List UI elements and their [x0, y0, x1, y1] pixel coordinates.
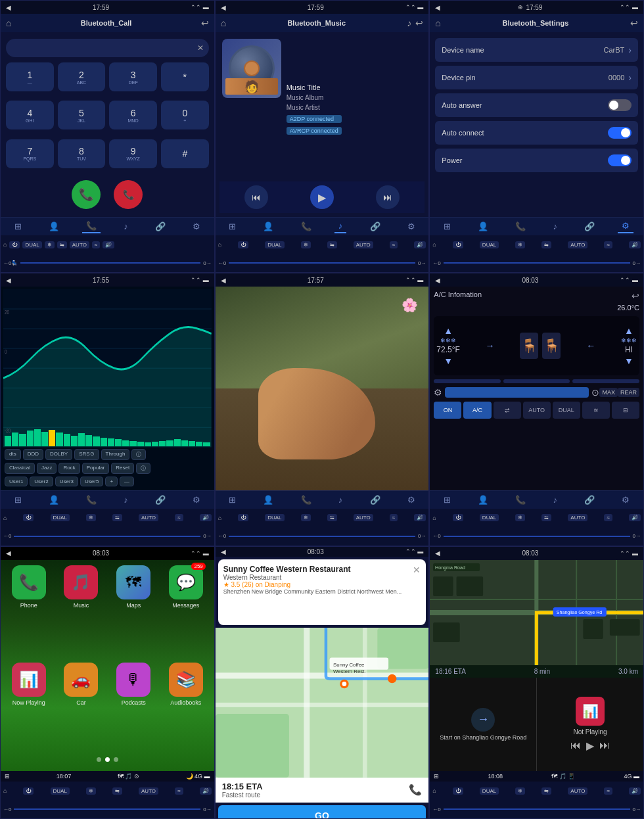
ac-3[interactable]: ❄: [515, 241, 525, 248]
tab-phone[interactable]: 📞: [82, 220, 101, 233]
wind-4[interactable]: ≈: [175, 514, 183, 521]
tab-apps[interactable]: ⊞: [11, 220, 26, 233]
app-music[interactable]: 🎵 Music: [58, 565, 104, 656]
tab-settings-4[interactable]: ⚙: [189, 494, 204, 506]
dual-6[interactable]: DUAL: [480, 514, 499, 521]
dial-key-5[interactable]: 5JKL: [58, 101, 106, 129]
auto-btn[interactable]: AUTO: [70, 241, 89, 248]
device-pin-arrow[interactable]: ›: [628, 72, 632, 83]
tab-apps-2[interactable]: ⊞: [225, 220, 240, 233]
ac-on-btn[interactable]: ON: [434, 402, 461, 419]
app-audiobooks[interactable]: 📚 Audiobooks: [163, 663, 209, 753]
back-arrow-9[interactable]: ◀: [435, 550, 440, 557]
prev-button[interactable]: ⏮: [244, 185, 268, 209]
preset-rock[interactable]: Rock: [58, 463, 80, 474]
auto-connect-toggle[interactable]: [608, 127, 632, 139]
auto-answer-toggle[interactable]: [608, 99, 632, 111]
ac-fan-icon[interactable]: ⊙: [591, 387, 599, 398]
temp-right-5[interactable]: →: [421, 533, 426, 539]
device-name-arrow[interactable]: ›: [628, 45, 632, 55]
ac-max-label[interactable]: MAX: [599, 388, 618, 397]
vol-3[interactable]: 🔊: [629, 241, 641, 248]
temp-right-4[interactable]: →: [206, 533, 212, 539]
wind-2[interactable]: ≈: [390, 241, 398, 248]
ac-up-right[interactable]: ▲: [624, 325, 633, 336]
tab-phone-6[interactable]: 📞: [511, 494, 530, 506]
back-icon-1[interactable]: ↩: [201, 18, 209, 28]
home-icon-1[interactable]: ⌂: [6, 18, 11, 28]
device-name-row[interactable]: Device name CarBT ›: [435, 38, 638, 62]
home-7[interactable]: ⌂: [3, 787, 7, 794]
power-4[interactable]: ⏻: [23, 514, 34, 521]
ac-6[interactable]: ❄: [515, 514, 525, 521]
preset-user3[interactable]: User3: [55, 477, 78, 486]
auto-3[interactable]: AUTO: [568, 241, 587, 248]
preset-user2[interactable]: User2: [30, 477, 53, 486]
fan-6[interactable]: ⇋: [541, 514, 551, 521]
np-prev-btn[interactable]: ⏮: [570, 739, 581, 752]
tab-phone-2[interactable]: 📞: [297, 220, 315, 233]
power-6[interactable]: ⏻: [453, 514, 463, 521]
home-3[interactable]: ⌂: [432, 241, 436, 248]
auto-7[interactable]: AUTO: [139, 787, 158, 795]
power-9[interactable]: ⏻: [453, 787, 463, 795]
temp-left-3[interactable]: ←: [432, 260, 438, 266]
home-4[interactable]: ⌂: [3, 515, 7, 521]
preset-info[interactable]: ⓘ: [131, 449, 146, 460]
back-arrow-5[interactable]: ◀: [221, 277, 226, 284]
ac-4[interactable]: ❄: [86, 514, 96, 521]
tab-contacts-6[interactable]: 👤: [474, 494, 492, 506]
back-arrow-8[interactable]: ◀: [221, 548, 226, 555]
auto-4[interactable]: AUTO: [139, 514, 158, 521]
carplay-apps-icon[interactable]: ⊞: [5, 773, 10, 780]
tab-contacts[interactable]: 👤: [45, 220, 63, 233]
ac-back-icon[interactable]: ↩: [632, 291, 639, 301]
back-arrow-2[interactable]: ◀: [221, 4, 226, 11]
fan-2[interactable]: ⇋: [327, 241, 337, 248]
page-dot-1[interactable]: [97, 757, 101, 762]
tab-contacts-2[interactable]: 👤: [259, 220, 277, 233]
dial-input[interactable]: [11, 44, 197, 52]
tab-phone-5[interactable]: 📞: [297, 494, 315, 506]
ac-ac-btn[interactable]: A/C: [463, 402, 491, 419]
back-icon-2[interactable]: ↩: [415, 18, 423, 28]
tab-settings-6[interactable]: ⚙: [618, 494, 633, 506]
dial-key-hash[interactable]: #: [161, 139, 209, 168]
call-button[interactable]: 📞: [72, 180, 101, 209]
dual-btn[interactable]: DUAL: [22, 241, 41, 248]
tab-contacts-4[interactable]: 👤: [45, 494, 63, 506]
dual-7[interactable]: DUAL: [51, 787, 70, 795]
preset-remove[interactable]: —: [120, 477, 134, 486]
wind-7[interactable]: ≈: [175, 787, 183, 795]
vol-4[interactable]: 🔊: [200, 514, 212, 521]
tab-bt[interactable]: 🔗: [151, 220, 170, 233]
vol-5[interactable]: 🔊: [414, 514, 426, 521]
temp-right-3[interactable]: →: [635, 260, 641, 266]
tab-bt-3[interactable]: 🔗: [580, 220, 599, 233]
home-9[interactable]: ⌂: [432, 787, 436, 794]
np-next-btn[interactable]: ⏭: [599, 739, 610, 752]
tab-music-6[interactable]: ♪: [549, 494, 561, 506]
vol-9[interactable]: 🔊: [629, 787, 641, 795]
back-icon-3[interactable]: ↩: [630, 18, 638, 28]
wind-5[interactable]: ≈: [390, 514, 398, 521]
temp-left-7[interactable]: ←: [3, 807, 9, 812]
play-button[interactable]: ▶: [310, 185, 334, 209]
ac-auto-btn[interactable]: AUTO: [523, 402, 551, 419]
tab-contacts-3[interactable]: 👤: [474, 220, 492, 233]
page-dot-2[interactable]: [105, 757, 110, 762]
auto-6[interactable]: AUTO: [568, 514, 587, 521]
auto-2[interactable]: AUTO: [354, 241, 373, 248]
wind-btn[interactable]: ≈: [92, 241, 100, 248]
back-arrow-7[interactable]: ◀: [6, 550, 11, 557]
dual-3[interactable]: DUAL: [480, 241, 499, 248]
note-icon-2[interactable]: ♪: [407, 18, 411, 28]
dial-key-4[interactable]: 4GHI: [6, 101, 54, 129]
tab-settings-2[interactable]: ⚙: [403, 220, 419, 233]
tab-music[interactable]: ♪: [120, 220, 132, 233]
vol-2[interactable]: 🔊: [414, 241, 426, 248]
fan-5[interactable]: ⇋: [327, 514, 337, 521]
home-5[interactable]: ⌂: [218, 515, 221, 521]
np-play-btn[interactable]: ▶: [586, 739, 594, 752]
power-2[interactable]: ⏻: [238, 241, 248, 248]
